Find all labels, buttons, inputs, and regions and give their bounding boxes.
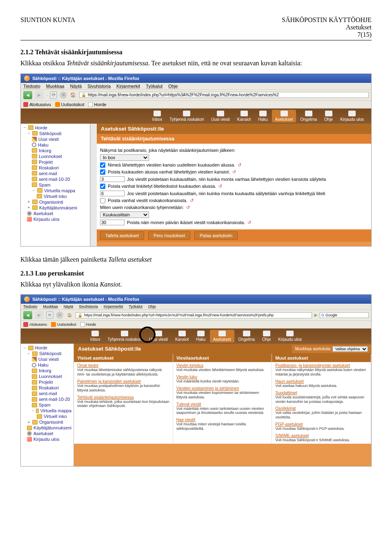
menu-file-2[interactable]: Tiedosto	[23, 305, 37, 309]
link-pgp[interactable]: PGP-asetukset	[272, 421, 371, 427]
tool-help-2[interactable]: Ohje	[259, 330, 274, 342]
tree-logout-2[interactable]: Kirjaudu ulos	[22, 436, 72, 442]
tree-search-2[interactable]: Haku	[22, 362, 72, 368]
inbox-select[interactable]: In box	[100, 154, 149, 161]
tree-mail[interactable]: −Sähköposti	[22, 131, 89, 136]
tree-search[interactable]: Haku	[22, 142, 89, 148]
tool-help[interactable]: Ohje	[321, 110, 336, 122]
tree-mail-2[interactable]: −Sähköposti	[22, 351, 72, 356]
bookmark-horde-2[interactable]: Horde	[80, 322, 96, 327]
tool-settings-2[interactable]: Asetukset	[210, 330, 234, 342]
tree-virt-folder-2[interactable]: −Virtuella mappa	[22, 408, 72, 413]
nav-back-icon[interactable]: ◄	[23, 91, 32, 99]
bookmark-news-2[interactable]: Uutisotsikot	[51, 322, 76, 327]
input-keep-linked[interactable]	[100, 191, 125, 196]
tree-projekt-2[interactable]: Projekt	[22, 379, 72, 385]
tree-sentmail10-2[interactable]: sent-mail-10-20	[22, 396, 72, 402]
tool-empty-trash-2[interactable]: Tyhjennä roskakori	[104, 330, 145, 342]
address-bar[interactable]: 🔒 https://mail.inga.fi/new-horde/index.p…	[79, 92, 369, 98]
link-read[interactable]: Viestin luku	[173, 373, 272, 379]
link-filters[interactable]: Suodattimet	[272, 389, 371, 395]
back-button[interactable]: Palaa asetuksiin	[194, 231, 238, 240]
tool-inbox[interactable]: Inbox	[149, 110, 165, 122]
tree-usermgmt[interactable]: +Käyttäjätunnukseni	[22, 205, 89, 211]
reset-icon[interactable]: ↺	[232, 169, 237, 174]
menu-view-2[interactable]: Näytä	[64, 305, 74, 309]
undo-button[interactable]: Peru muutokset	[148, 231, 190, 240]
link-compose[interactable]: Viestin kirjoitus	[173, 362, 272, 368]
search-box[interactable]: GGoogle	[320, 312, 369, 318]
tree-sentmail10[interactable]: sent-mail-10-20	[22, 176, 89, 182]
nav-back-icon[interactable]: ◄	[23, 311, 32, 319]
nav-reload-icon[interactable]: ⟳	[50, 91, 57, 99]
tool-search-2[interactable]: Haku	[193, 330, 209, 342]
link-smime[interactable]: S/MIME-asetukset	[272, 432, 371, 438]
link-fetch[interactable]: Hae viestit	[173, 416, 272, 422]
tree-virt-folder[interactable]: −Virtuella mappa	[22, 188, 89, 193]
menu-history[interactable]: Sivuhistoria	[87, 84, 111, 89]
tree-virt-inbox[interactable]: Virtuell inko	[22, 193, 89, 199]
nav-forward-icon[interactable]: ►	[35, 91, 44, 99]
link-incoming[interactable]: Tulevat viestit	[173, 401, 272, 407]
tree-logout[interactable]: Kirjaudu ulos	[22, 216, 89, 222]
tree-drafts-2[interactable]: Luonnokset	[22, 373, 72, 379]
tool-search[interactable]: Haku	[255, 110, 271, 122]
tool-inbox-2[interactable]: Inbox	[87, 330, 103, 342]
tree-newmsg[interactable]: Uusi viesti	[22, 136, 89, 142]
menu-file[interactable]: Tiedosto	[23, 84, 40, 89]
link-login-tasks[interactable]: Tehtävät sisäänkirjautumisessa	[74, 394, 173, 400]
menu-tools[interactable]: Työkalut	[146, 84, 163, 89]
tool-folders-2[interactable]: Kansiot	[172, 330, 192, 342]
tool-logout[interactable]: Kirjaudu ulos	[337, 110, 367, 122]
tree-spam[interactable]: Spam	[22, 182, 89, 188]
nav-stop-icon[interactable]: ✕	[56, 311, 63, 319]
save-button[interactable]: Talleta asetukset	[100, 231, 144, 240]
link-own-info[interactable]: Omat tiedot	[74, 362, 173, 368]
link-delete-move[interactable]: Viestien poistaminen ja siirtäminen	[173, 385, 272, 391]
tree-inbox-2[interactable]: Inkorg	[22, 368, 72, 373]
bookmark-home-2[interactable]: Aloitussivu	[23, 322, 47, 327]
nav-home-icon[interactable]: 🏠	[69, 91, 77, 99]
link-folderview[interactable]: Postikansio- ja kansionäkymän asetukset	[272, 362, 371, 368]
tool-settings[interactable]: Asetukset	[272, 110, 296, 122]
address-bar-2[interactable]: 🔒 https://mail.inga.fi/new-horde/index.p…	[76, 312, 312, 318]
menu-tools-2[interactable]: Työkalut	[129, 305, 143, 309]
tree-drafts[interactable]: Luonnokset	[22, 153, 89, 159]
cb-delete-old-sent[interactable]	[100, 169, 105, 175]
menu-edit-2[interactable]: Muokkaa	[43, 305, 58, 309]
tool-problem[interactable]: Ongelma	[297, 110, 320, 122]
tree-virt-inbox-2[interactable]: Virtuell inko	[22, 413, 72, 419]
tree-spam-2[interactable]: Spam	[22, 402, 72, 408]
tree-inbox[interactable]: Inkorg	[22, 148, 89, 153]
reset-icon[interactable]: ↺	[186, 205, 191, 210]
tree-org[interactable]: +Organisointi	[22, 199, 89, 205]
cb-delete-linked[interactable]	[100, 184, 105, 189]
bookmark-horde[interactable]: Horde	[88, 102, 106, 107]
reset-icon[interactable]: ↺	[190, 198, 195, 203]
reset-icon[interactable]: ↺	[218, 184, 223, 189]
tool-empty-trash[interactable]: Tyhjennä roskakori	[166, 110, 207, 122]
link-search-settings[interactable]: Haun asetukset	[272, 378, 371, 384]
nav-reload-icon[interactable]: ⟳	[46, 311, 53, 319]
tree-org-2[interactable]: +Organisointi	[22, 419, 72, 425]
freq-select[interactable]: Kuukausittain	[100, 211, 149, 218]
input-keep-sent[interactable]	[100, 176, 125, 182]
menu-bookmarks-2[interactable]: Kirjanmerkit	[104, 305, 123, 309]
menu-history-2[interactable]: Sivuhistoria	[79, 305, 98, 309]
menu-help[interactable]: Ohje	[168, 84, 178, 89]
tree-horde[interactable]: −Horde	[22, 125, 89, 131]
cb-delete-trash[interactable]	[100, 198, 105, 203]
tree-sentmail[interactable]: sent-mail	[22, 171, 89, 176]
tree-settings[interactable]: Asetukset	[22, 211, 89, 216]
tree-trash-2[interactable]: Roskakori	[22, 385, 72, 391]
nav-home-icon[interactable]: 🏠	[66, 311, 73, 319]
menu-view[interactable]: Näytä	[70, 84, 82, 89]
tree-settings-2[interactable]: Asetukset	[22, 431, 72, 436]
tool-new-msg[interactable]: Uusi viesti	[208, 110, 233, 122]
tree-sentmail-2[interactable]: sent-mail	[22, 391, 72, 396]
menu-bookmarks[interactable]: Kirjanmerkit	[116, 84, 140, 89]
tree-newmsg-2[interactable]: Uusi viesti	[22, 356, 72, 362]
input-trash-days[interactable]	[100, 220, 125, 225]
tool-logout-2[interactable]: Kirjaudu ulos	[275, 330, 305, 342]
reset-icon[interactable]: ↺	[238, 162, 243, 167]
